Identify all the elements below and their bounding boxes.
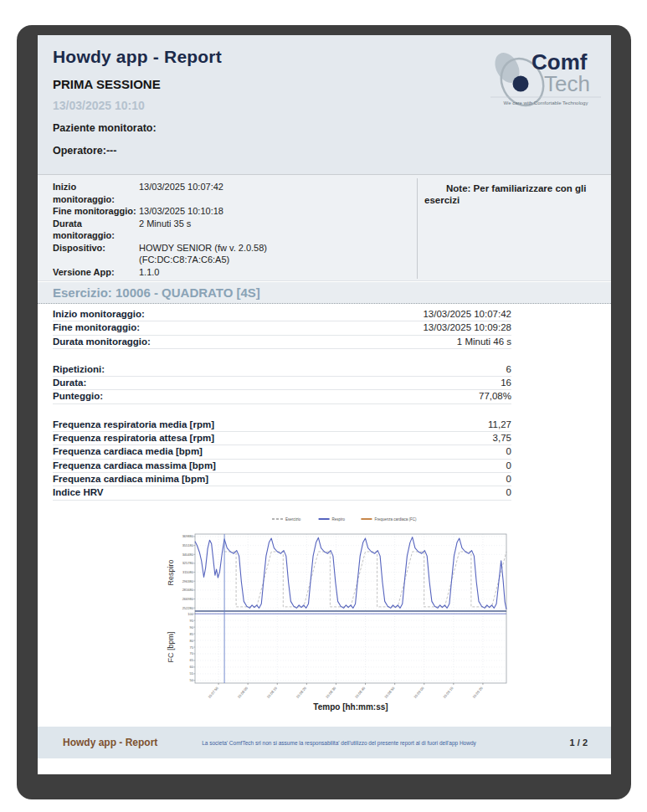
y-tick-label: 85 xyxy=(190,632,194,636)
patient-label: Paziente monitorato: xyxy=(53,122,157,134)
row-label: Frequenza cardiaca minima [bpm] xyxy=(53,473,208,486)
x-tick-label: 10:09:20 xyxy=(471,686,484,699)
session-info-row: Fine monitoraggio:13/03/2025 10:10:18 xyxy=(53,205,404,218)
session-info-row: Versione App:1.1.0 xyxy=(53,266,404,279)
table-row: Frequenza cardiaca massima [bpm]0 xyxy=(53,460,511,473)
x-tick-label: 10:08:10 xyxy=(266,686,279,699)
page-title: Howdy app - Report xyxy=(53,47,222,67)
y-axis-label: Respiro xyxy=(167,559,175,585)
y-tick-label: 90 xyxy=(190,625,194,630)
y-tick-label: 296380 xyxy=(182,579,194,583)
x-tick-label: 10:08:50 xyxy=(383,686,396,699)
detail-group: Inizio monitoraggio:13/03/2025 10:07:42F… xyxy=(53,308,511,349)
exercise-heading: Esercizio: 10006 - QUADRATO [4S] xyxy=(38,282,611,304)
y-tick-label: 355180 xyxy=(182,543,194,547)
info-label: Durata monitoraggio: xyxy=(53,218,139,242)
y-tick-label: 252280 xyxy=(182,606,194,610)
legend-label: Respiro xyxy=(332,517,346,522)
y-axis-label: FC [bpm] xyxy=(167,631,175,662)
info-value: 13/03/2025 10:07:42 xyxy=(139,181,319,205)
y-tick-label: 340480 xyxy=(182,552,194,557)
table-row: Fine monitoraggio:13/03/2025 10:09:28 xyxy=(53,321,511,335)
page-number: 1 / 2 xyxy=(570,737,588,748)
y-tick-label: 65 xyxy=(190,658,194,662)
exercise-detail-tables: Inizio monitoraggio:13/03/2025 10:07:42F… xyxy=(53,308,511,515)
logo-text-tech: Tech xyxy=(544,71,590,96)
legend-label: Frequenza cardiaca (FC) xyxy=(374,517,417,522)
logo-tagline: We care with Comfortable Technology xyxy=(504,100,588,105)
session-info-row: Inizio monitoraggio:13/03/2025 10:07:42 xyxy=(53,181,404,205)
info-value: 13/03/2025 10:10:18 xyxy=(139,205,319,218)
comftech-logo: Comf Tech We care with Comfortable Techn… xyxy=(487,45,604,112)
table-row: Frequenza respiratoria media [rpm]11,27 xyxy=(53,419,511,432)
session-info-row: Dispositivo:HOWDY SENIOR (fw v. 2.0.58) … xyxy=(53,242,404,266)
info-value: 1.1.0 xyxy=(139,266,319,279)
y-tick-label: 80 xyxy=(190,639,194,643)
row-label: Frequenza cardiaca massima [bpm] xyxy=(53,460,216,472)
x-tick-label: 10:07:50 xyxy=(208,686,220,699)
row-value: 77,08% xyxy=(479,390,511,403)
info-value: HOWDY SENIOR (fw v. 2.0.58) (FC:DC:C8:7A… xyxy=(139,242,319,266)
info-label: Fine monitoraggio: xyxy=(53,205,139,218)
report-datetime: 13/03/2025 10:10 xyxy=(53,99,145,112)
x-tick-label: 10:08:40 xyxy=(354,686,367,699)
row-value: 0 xyxy=(506,486,511,499)
report-page: Howdy app - Report PRIMA SESSIONE 13/03/… xyxy=(38,35,611,774)
legend-label: Esercizio xyxy=(285,517,301,522)
table-row: Indice HRV0 xyxy=(53,486,511,500)
row-value: 0 xyxy=(506,460,511,472)
info-label: Inizio monitoraggio: xyxy=(53,181,139,205)
row-label: Inizio monitoraggio: xyxy=(53,308,145,321)
y-tick-label: 266980 xyxy=(182,597,194,601)
row-label: Durata: xyxy=(53,377,86,389)
session-info-rows: Inizio monitoraggio:13/03/2025 10:07:42F… xyxy=(53,181,404,278)
x-tick-label: 10:08:20 xyxy=(295,686,308,699)
detail-group: Ripetizioni:6Durata:16Punteggio:77,08% xyxy=(53,363,511,404)
row-value: 3,75 xyxy=(493,432,511,445)
y-tick-label: 369880 xyxy=(182,534,194,538)
detail-group: Frequenza respiratoria media [rpm]11,27F… xyxy=(53,419,511,501)
table-row: Inizio monitoraggio:13/03/2025 10:07:42 xyxy=(53,308,511,321)
row-label: Punteggio: xyxy=(53,390,103,403)
info-column-divider xyxy=(417,178,418,279)
table-row: Frequenza cardiaca media [bpm]0 xyxy=(53,445,511,459)
x-tick-label: 10:09:00 xyxy=(413,686,425,699)
y-tick-label: 75 xyxy=(190,645,194,650)
table-row: Frequenza cardiaca minima [bpm]0 xyxy=(53,473,511,486)
row-value: 0 xyxy=(506,445,511,458)
session-note: Note: Per familiarizzare con gli eserciz… xyxy=(424,182,602,206)
session-name: PRIMA SESSIONE xyxy=(53,77,161,91)
row-label: Fine monitoraggio: xyxy=(53,321,140,334)
x-tick-label: 10:08:30 xyxy=(325,686,337,699)
row-value: 16 xyxy=(501,377,511,389)
info-value: 2 Minuti 35 s xyxy=(139,218,319,242)
table-row: Punteggio:77,08% xyxy=(53,390,511,403)
report-header: Howdy app - Report PRIMA SESSIONE 13/03/… xyxy=(38,35,611,174)
table-row: Durata monitoraggio:1 Minuti 46 s xyxy=(53,336,511,349)
y-tick-label: 50 xyxy=(190,678,194,682)
x-axis-label: Tempo [hh:mm:ss] xyxy=(313,702,388,712)
footer-disclaimer: La societa' ComfTech srl non si assume l… xyxy=(176,740,502,746)
y-tick-label: 95 xyxy=(190,619,194,623)
row-value: 13/03/2025 10:07:42 xyxy=(423,308,511,321)
y-tick-label: 100 xyxy=(187,612,193,616)
row-label: Indice HRV xyxy=(53,486,104,499)
y-tick-label: 311080 xyxy=(182,570,194,574)
row-value: 6 xyxy=(506,363,511,376)
session-info-box: Inizio monitoraggio:13/03/2025 10:07:42F… xyxy=(38,174,611,281)
info-label: Dispositivo: xyxy=(53,242,139,266)
row-value: 13/03/2025 10:09:28 xyxy=(423,321,511,334)
footer-title: Howdy app - Report xyxy=(63,737,157,748)
respiration-chart: EsercizioRespiroFrequenza cardiaca (FC)3… xyxy=(163,509,515,722)
row-label: Frequenza cardiaca media [bpm] xyxy=(53,445,203,458)
y-tick-label: 281680 xyxy=(182,588,194,592)
row-label: Frequenza respiratoria media [rpm] xyxy=(53,419,214,431)
operator-label: Operatore:--- xyxy=(53,145,116,157)
report-footer: Howdy app - Report La societa' ComfTech … xyxy=(38,727,611,758)
x-tick-label: 10:09:10 xyxy=(442,686,454,699)
y-tick-label: 55 xyxy=(190,671,194,676)
row-label: Frequenza respiratoria attesa [rpm] xyxy=(53,432,214,445)
y-tick-label: 60 xyxy=(190,665,194,669)
x-tick-label: 10:08:00 xyxy=(237,686,249,699)
row-label: Durata monitoraggio: xyxy=(53,336,151,348)
